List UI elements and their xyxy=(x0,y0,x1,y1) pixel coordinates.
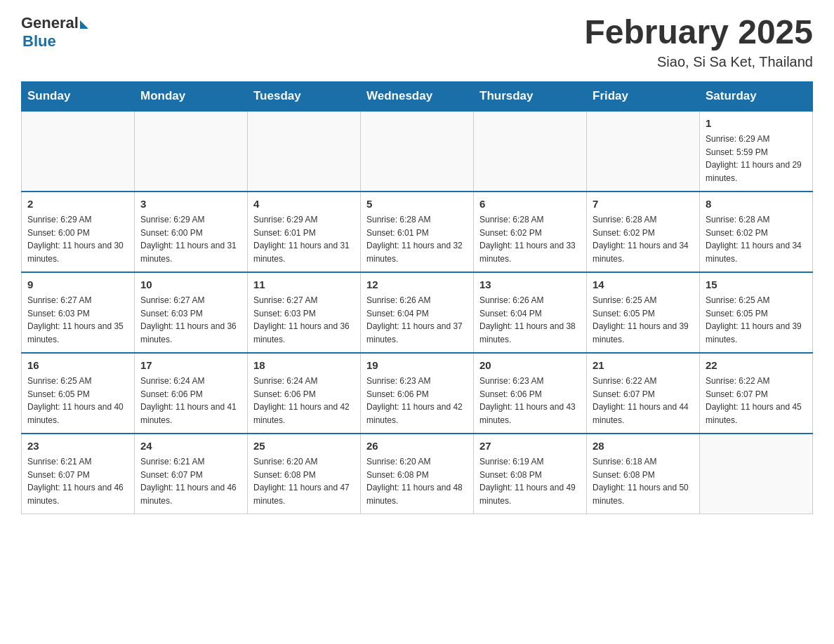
day-info: Sunrise: 6:28 AMSunset: 6:02 PMDaylight:… xyxy=(479,213,581,265)
day-info: Sunrise: 6:28 AMSunset: 6:02 PMDaylight:… xyxy=(706,213,807,265)
calendar-week-4: 16Sunrise: 6:25 AMSunset: 6:05 PMDayligh… xyxy=(22,353,813,434)
day-info: Sunrise: 6:20 AMSunset: 6:08 PMDaylight:… xyxy=(366,455,468,507)
calendar-week-3: 9Sunrise: 6:27 AMSunset: 6:03 PMDaylight… xyxy=(22,272,813,353)
weekday-header-tuesday: Tuesday xyxy=(248,81,361,111)
calendar-cell: 11Sunrise: 6:27 AMSunset: 6:03 PMDayligh… xyxy=(248,272,361,353)
day-info: Sunrise: 6:25 AMSunset: 6:05 PMDaylight:… xyxy=(593,294,694,346)
day-info: Sunrise: 6:21 AMSunset: 6:07 PMDaylight:… xyxy=(27,455,128,507)
calendar-cell: 12Sunrise: 6:26 AMSunset: 6:04 PMDayligh… xyxy=(361,272,474,353)
calendar-table: SundayMondayTuesdayWednesdayThursdayFrid… xyxy=(21,81,813,515)
weekday-header-saturday: Saturday xyxy=(700,81,813,111)
day-info: Sunrise: 6:24 AMSunset: 6:06 PMDaylight:… xyxy=(140,375,241,427)
day-info: Sunrise: 6:22 AMSunset: 6:07 PMDaylight:… xyxy=(593,375,694,427)
day-info: Sunrise: 6:18 AMSunset: 6:08 PMDaylight:… xyxy=(593,455,694,507)
calendar-cell: 4Sunrise: 6:29 AMSunset: 6:01 PMDaylight… xyxy=(248,192,361,272)
calendar-cell: 10Sunrise: 6:27 AMSunset: 6:03 PMDayligh… xyxy=(135,272,248,353)
calendar-cell: 16Sunrise: 6:25 AMSunset: 6:05 PMDayligh… xyxy=(22,353,135,434)
calendar-cell xyxy=(22,111,135,192)
calendar-cell: 24Sunrise: 6:21 AMSunset: 6:07 PMDayligh… xyxy=(135,434,248,514)
calendar-cell xyxy=(135,111,248,192)
day-number: 21 xyxy=(593,358,694,374)
day-info: Sunrise: 6:29 AMSunset: 6:01 PMDaylight:… xyxy=(253,213,355,265)
day-number: 15 xyxy=(706,277,807,293)
day-info: Sunrise: 6:26 AMSunset: 6:04 PMDaylight:… xyxy=(366,294,468,346)
calendar-cell: 18Sunrise: 6:24 AMSunset: 6:06 PMDayligh… xyxy=(248,353,361,434)
logo-arrow-icon xyxy=(80,20,88,29)
calendar-cell: 22Sunrise: 6:22 AMSunset: 6:07 PMDayligh… xyxy=(700,353,813,434)
day-info: Sunrise: 6:23 AMSunset: 6:06 PMDaylight:… xyxy=(479,375,581,427)
day-number: 25 xyxy=(253,438,355,455)
day-info: Sunrise: 6:29 AMSunset: 6:00 PMDaylight:… xyxy=(27,213,128,265)
calendar-cell: 3Sunrise: 6:29 AMSunset: 6:00 PMDaylight… xyxy=(135,192,248,272)
day-number: 10 xyxy=(140,277,241,293)
calendar-cell xyxy=(248,111,361,192)
logo-blue-text: Blue xyxy=(22,32,56,51)
day-number: 23 xyxy=(27,438,128,455)
day-info: Sunrise: 6:21 AMSunset: 6:07 PMDaylight:… xyxy=(140,455,241,507)
calendar-cell: 6Sunrise: 6:28 AMSunset: 6:02 PMDaylight… xyxy=(474,192,587,272)
calendar-cell: 25Sunrise: 6:20 AMSunset: 6:08 PMDayligh… xyxy=(248,434,361,514)
calendar-cell: 9Sunrise: 6:27 AMSunset: 6:03 PMDaylight… xyxy=(22,272,135,353)
weekday-header-sunday: Sunday xyxy=(22,81,135,111)
day-number: 5 xyxy=(366,196,468,213)
calendar-cell: 20Sunrise: 6:23 AMSunset: 6:06 PMDayligh… xyxy=(474,353,587,434)
weekday-header-row: SundayMondayTuesdayWednesdayThursdayFrid… xyxy=(22,81,813,111)
day-number: 24 xyxy=(140,438,241,455)
day-number: 9 xyxy=(27,277,128,293)
day-info: Sunrise: 6:27 AMSunset: 6:03 PMDaylight:… xyxy=(27,294,128,346)
day-info: Sunrise: 6:22 AMSunset: 6:07 PMDaylight:… xyxy=(706,375,807,427)
day-number: 12 xyxy=(366,277,468,293)
calendar-cell: 14Sunrise: 6:25 AMSunset: 6:05 PMDayligh… xyxy=(587,272,700,353)
calendar-cell: 5Sunrise: 6:28 AMSunset: 6:01 PMDaylight… xyxy=(361,192,474,272)
day-info: Sunrise: 6:29 AMSunset: 6:00 PMDaylight:… xyxy=(140,213,241,265)
day-number: 26 xyxy=(366,438,468,455)
day-number: 22 xyxy=(706,358,807,374)
calendar-cell: 23Sunrise: 6:21 AMSunset: 6:07 PMDayligh… xyxy=(22,434,135,514)
day-number: 4 xyxy=(253,196,355,213)
weekday-header-monday: Monday xyxy=(135,81,248,111)
calendar-cell: 21Sunrise: 6:22 AMSunset: 6:07 PMDayligh… xyxy=(587,353,700,434)
logo-general-text: General xyxy=(21,14,79,32)
weekday-header-wednesday: Wednesday xyxy=(361,81,474,111)
calendar-cell: 19Sunrise: 6:23 AMSunset: 6:06 PMDayligh… xyxy=(361,353,474,434)
page-header: General Blue February 2025 Siao, Si Sa K… xyxy=(21,14,813,70)
calendar-week-5: 23Sunrise: 6:21 AMSunset: 6:07 PMDayligh… xyxy=(22,434,813,514)
calendar-cell: 26Sunrise: 6:20 AMSunset: 6:08 PMDayligh… xyxy=(361,434,474,514)
weekday-header-thursday: Thursday xyxy=(474,81,587,111)
calendar-cell: 8Sunrise: 6:28 AMSunset: 6:02 PMDaylight… xyxy=(700,192,813,272)
day-info: Sunrise: 6:23 AMSunset: 6:06 PMDaylight:… xyxy=(366,375,468,427)
day-info: Sunrise: 6:27 AMSunset: 6:03 PMDaylight:… xyxy=(140,294,241,346)
day-number: 2 xyxy=(27,196,128,213)
logo: General Blue xyxy=(21,14,88,51)
day-info: Sunrise: 6:28 AMSunset: 6:02 PMDaylight:… xyxy=(593,213,694,265)
day-info: Sunrise: 6:29 AMSunset: 5:59 PMDaylight:… xyxy=(706,133,807,185)
calendar-cell: 15Sunrise: 6:25 AMSunset: 6:05 PMDayligh… xyxy=(700,272,813,353)
day-info: Sunrise: 6:27 AMSunset: 6:03 PMDaylight:… xyxy=(253,294,355,346)
calendar-cell: 17Sunrise: 6:24 AMSunset: 6:06 PMDayligh… xyxy=(135,353,248,434)
day-number: 11 xyxy=(253,277,355,293)
calendar-cell xyxy=(474,111,587,192)
day-info: Sunrise: 6:24 AMSunset: 6:06 PMDaylight:… xyxy=(253,375,355,427)
calendar-week-2: 2Sunrise: 6:29 AMSunset: 6:00 PMDaylight… xyxy=(22,192,813,272)
day-number: 8 xyxy=(706,196,807,213)
day-info: Sunrise: 6:25 AMSunset: 6:05 PMDaylight:… xyxy=(27,375,128,427)
day-number: 3 xyxy=(140,196,241,213)
calendar-cell: 2Sunrise: 6:29 AMSunset: 6:00 PMDaylight… xyxy=(22,192,135,272)
day-number: 17 xyxy=(140,358,241,374)
day-number: 20 xyxy=(479,358,581,374)
weekday-header-friday: Friday xyxy=(587,81,700,111)
calendar-week-1: 1Sunrise: 6:29 AMSunset: 5:59 PMDaylight… xyxy=(22,111,813,192)
day-number: 18 xyxy=(253,358,355,374)
day-info: Sunrise: 6:25 AMSunset: 6:05 PMDaylight:… xyxy=(706,294,807,346)
day-number: 6 xyxy=(479,196,581,213)
day-info: Sunrise: 6:28 AMSunset: 6:01 PMDaylight:… xyxy=(366,213,468,265)
title-section: February 2025 Siao, Si Sa Ket, Thailand xyxy=(584,14,813,70)
month-title: February 2025 xyxy=(584,14,813,51)
day-number: 14 xyxy=(593,277,694,293)
day-info: Sunrise: 6:19 AMSunset: 6:08 PMDaylight:… xyxy=(479,455,581,507)
day-number: 16 xyxy=(27,358,128,374)
day-number: 27 xyxy=(479,438,581,455)
calendar-cell xyxy=(361,111,474,192)
day-number: 13 xyxy=(479,277,581,293)
calendar-cell: 28Sunrise: 6:18 AMSunset: 6:08 PMDayligh… xyxy=(587,434,700,514)
